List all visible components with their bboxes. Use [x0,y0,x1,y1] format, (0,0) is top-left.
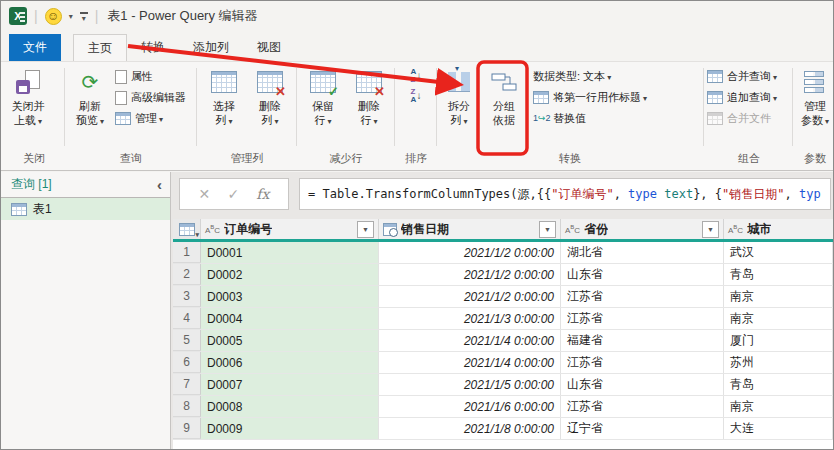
merge-queries-button[interactable]: 合并查询 [707,66,791,87]
cell-province[interactable]: 辽宁省 [561,418,724,439]
cell-order-id[interactable]: D0002 [201,264,379,285]
close-and-load-icon [16,67,40,97]
row-number[interactable]: 1 [173,242,201,263]
row-number[interactable]: 4 [173,308,201,329]
cell-city[interactable]: 南京 [724,286,833,307]
row-number[interactable]: 7 [173,374,201,395]
cell-order-id[interactable]: D0003 [201,286,379,307]
keep-rows-button[interactable]: ✓ 保留 行 [300,64,346,129]
replace-values-button[interactable]: 1↪2 替换值 [533,108,647,129]
tab-home[interactable]: 主页 [73,34,127,61]
append-queries-icon [707,91,723,104]
cell-order-id[interactable]: D0007 [201,374,379,395]
manage-button[interactable]: 管理 [115,108,186,129]
cell-province[interactable]: 江苏省 [561,308,724,329]
cell-sale-date[interactable]: 2021/1/8 0:00:00 [379,418,561,439]
cell-province[interactable]: 福建省 [561,330,724,351]
cell-order-id[interactable]: D0006 [201,352,379,373]
properties-button[interactable]: 属性 [115,66,186,87]
cell-sale-date[interactable]: 2021/1/5 0:00:00 [379,374,561,395]
sort-ascending-button[interactable]: AZ ↓ [411,67,422,85]
sort-descending-icon: ↓ [416,92,421,100]
formula-input[interactable]: = Table.TransformColumnTypes(源,{{"订单编号",… [299,178,831,210]
group-separator [196,68,197,146]
table-menu-caret-icon: ▾ [195,231,199,239]
ribbon-home: 关闭并 上载 关闭 ⟳ 刷新 预览 属性 [1,61,833,171]
append-queries-button[interactable]: 追加查询 [707,87,791,108]
row-number[interactable]: 6 [173,352,201,373]
smiley-dropdown-icon[interactable]: ▾ [69,12,73,21]
cancel-icon[interactable]: ✕ [199,186,211,202]
select-all-corner[interactable]: ▾ [173,219,201,239]
cell-city[interactable]: 武汉 [724,242,833,263]
fx-icon[interactable]: fx [256,186,269,202]
column-header-province[interactable]: ABC 省份 ▼ [561,219,724,239]
cell-province[interactable]: 江苏省 [561,352,724,373]
commit-icon[interactable]: ✓ [227,186,239,202]
cell-sale-date[interactable]: 2021/1/4 0:00:00 [379,330,561,351]
column-header-city[interactable]: ABC 城市 [724,219,833,239]
remove-rows-button[interactable]: ✕ 删除 行 [346,64,392,129]
cell-order-id[interactable]: D0005 [201,330,379,351]
cell-province[interactable]: 山东省 [561,374,724,395]
row-number[interactable]: 9 [173,418,201,439]
cell-order-id[interactable]: D0004 [201,308,379,329]
filter-dropdown-icon[interactable]: ▼ [357,221,374,238]
row-number[interactable]: 5 [173,330,201,351]
merge-queries-icon [707,70,723,83]
combine-files-button[interactable]: 合并文件 [707,108,791,129]
use-first-row-as-headers-button[interactable]: 将第一行用作标题 [533,87,647,108]
split-column-button[interactable]: 拆分 列 [439,64,479,129]
cell-province[interactable]: 江苏省 [561,396,724,417]
data-type-button[interactable]: 数据类型: 文本 [533,66,647,87]
cell-order-id[interactable]: D0009 [201,418,379,439]
cell-province[interactable]: 山东省 [561,264,724,285]
group-by-button[interactable]: 分组 依据 [481,64,527,127]
collapse-pane-icon[interactable]: ‹ [157,177,162,192]
cell-province[interactable]: 江苏省 [561,286,724,307]
group-separator [394,68,395,146]
feedback-smiley-icon[interactable]: ☺ [45,8,62,25]
row-number[interactable]: 3 [173,286,201,307]
choose-columns-button[interactable]: 选择 列 [201,64,247,129]
remove-columns-button[interactable]: ✕ 删除 列 [247,64,293,129]
cell-province[interactable]: 湖北省 [561,242,724,263]
column-header-order-id[interactable]: ABC 订单编号 ▼ [201,219,379,239]
cell-city[interactable]: 苏州 [724,352,833,373]
close-and-load-button[interactable]: 关闭并 上载 [5,64,51,129]
cell-sale-date[interactable]: 2021/1/2 0:00:00 [379,242,561,263]
cell-city[interactable]: 厦门 [724,330,833,351]
advanced-editor-icon [115,91,127,105]
query-name: 表1 [33,201,52,218]
table-row: 2D00022021/1/2 0:00:00山东省青岛 [173,264,833,286]
cell-city[interactable]: 南京 [724,396,833,417]
quick-access-customize-icon[interactable]: ▾ [80,12,88,21]
cell-order-id[interactable]: D0008 [201,396,379,417]
tab-view[interactable]: 视图 [243,34,295,61]
sidebar-item-query[interactable]: 表1 [1,198,170,220]
window-title: 表1 - Power Query 编辑器 [107,7,257,25]
manage-parameters-button[interactable]: 管理 参数 [795,64,834,129]
cell-sale-date[interactable]: 2021/1/3 0:00:00 [379,308,561,329]
filter-dropdown-icon[interactable]: ▼ [539,221,556,238]
cell-sale-date[interactable]: 2021/1/4 0:00:00 [379,352,561,373]
tab-file[interactable]: 文件 [9,34,61,61]
cell-sale-date[interactable]: 2021/1/6 0:00:00 [379,396,561,417]
refresh-preview-button[interactable]: ⟳ 刷新 预览 [67,64,113,129]
cell-city[interactable]: 南京 [724,308,833,329]
cell-order-id[interactable]: D0001 [201,242,379,263]
cell-city[interactable]: 青岛 [724,264,833,285]
advanced-editor-button[interactable]: 高级编辑器 [115,87,186,108]
cell-city[interactable]: 青岛 [724,374,833,395]
filter-dropdown-icon[interactable]: ▼ [702,221,719,238]
tab-transform[interactable]: 转换 [127,34,179,61]
sort-descending-button[interactable]: ZA ↓ [411,87,422,105]
row-number[interactable]: 8 [173,396,201,417]
cell-sale-date[interactable]: 2021/1/2 0:00:00 [379,286,561,307]
table-row: 7D00072021/1/5 0:00:00山东省青岛 [173,374,833,396]
column-header-sale-date[interactable]: 销售日期 ▼ [379,219,561,239]
cell-city[interactable]: 大连 [724,418,833,439]
row-number[interactable]: 2 [173,264,201,285]
cell-sale-date[interactable]: 2021/1/2 0:00:00 [379,264,561,285]
tab-add-column[interactable]: 添加列 [179,34,243,61]
